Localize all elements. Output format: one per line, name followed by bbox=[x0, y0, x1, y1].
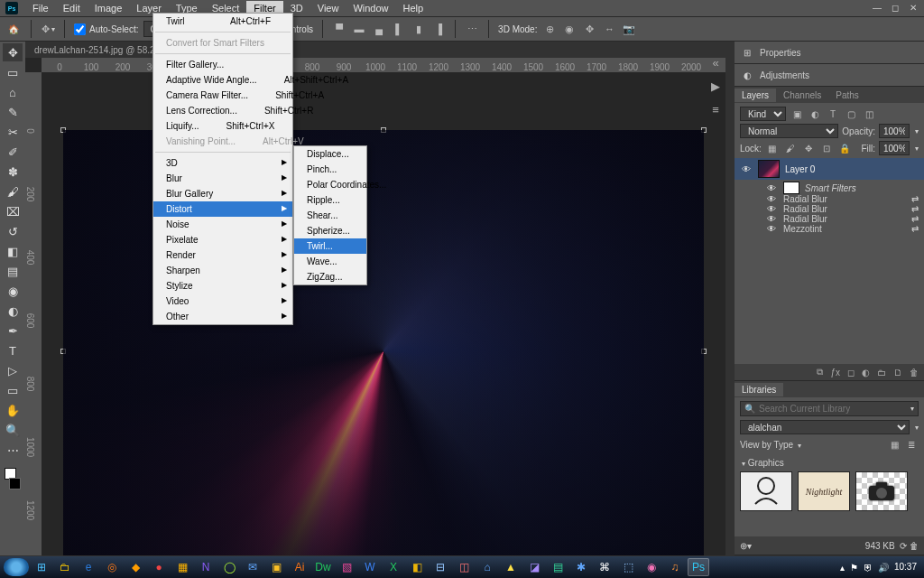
menu-item-pinch[interactable]: Pinch... bbox=[294, 162, 366, 177]
smart-filter-mask[interactable] bbox=[783, 182, 799, 194]
brush-tool[interactable]: 🖌 bbox=[3, 182, 23, 200]
type-tool[interactable]: T bbox=[3, 341, 23, 359]
menu-item-spherize[interactable]: Spherize... bbox=[294, 223, 366, 238]
menu-group-3d[interactable]: 3D▶ bbox=[153, 155, 292, 171]
sync-icon[interactable]: ⟳ bbox=[900, 541, 907, 551]
menu-group-pixelate[interactable]: Pixelate▶ bbox=[153, 232, 292, 247]
blur-tool[interactable]: ◉ bbox=[3, 282, 23, 300]
menu-view[interactable]: View bbox=[310, 1, 346, 15]
taskbar-app[interactable]: ✉ bbox=[242, 558, 263, 576]
3d-orbit-icon[interactable]: ⊕ bbox=[542, 22, 557, 36]
window-restore-icon[interactable]: ◻ bbox=[890, 2, 901, 13]
group-icon[interactable]: 🗀 bbox=[877, 368, 886, 378]
gradient-tool[interactable]: ▤ bbox=[3, 262, 23, 280]
tray-icon[interactable]: 🔊 bbox=[878, 563, 889, 573]
path-select-tool[interactable]: ▷ bbox=[3, 361, 23, 379]
taskbar-app[interactable]: ◪ bbox=[523, 558, 545, 576]
taskbar-app[interactable]: ● bbox=[148, 558, 170, 576]
library-asset[interactable]: Nightlight bbox=[798, 471, 850, 511]
filter-options-icon[interactable]: ⇄ bbox=[911, 224, 919, 234]
menu-group-video[interactable]: Video▶ bbox=[153, 294, 292, 309]
blend-mode-select[interactable]: Normal bbox=[740, 124, 838, 138]
3d-slide-icon[interactable]: ↔ bbox=[602, 22, 616, 36]
history-brush-tool[interactable]: ↺ bbox=[3, 222, 23, 240]
filter-entry[interactable]: 👁Radial Blur⇄ bbox=[740, 214, 919, 224]
actions-icon[interactable]: ≡ bbox=[707, 101, 724, 117]
menu-help[interactable]: Help bbox=[396, 1, 431, 15]
filter-entry[interactable]: 👁Mezzotint⇄ bbox=[740, 224, 919, 234]
taskbar-app[interactable]: W bbox=[359, 558, 381, 576]
taskbar-app[interactable]: ⌂ bbox=[476, 558, 498, 576]
taskbar-app[interactable]: e bbox=[78, 558, 99, 576]
menu-item-liquify[interactable]: Liquify...Shift+Ctrl+X bbox=[153, 118, 292, 134]
menu-window[interactable]: Window bbox=[346, 1, 395, 15]
taskbar-app[interactable]: ♫ bbox=[664, 558, 686, 576]
filter-image-icon[interactable]: ▣ bbox=[790, 107, 804, 121]
taskbar-app[interactable]: ▤ bbox=[547, 558, 568, 576]
taskbar-app[interactable]: ▲ bbox=[500, 558, 522, 576]
new-layer-icon[interactable]: 🗋 bbox=[893, 368, 902, 378]
taskbar-app[interactable]: ✱ bbox=[570, 558, 592, 576]
opacity-input[interactable] bbox=[879, 124, 910, 138]
layer-name[interactable]: Layer 0 bbox=[785, 164, 919, 174]
taskbar-app[interactable]: X bbox=[383, 558, 404, 576]
tab-paths[interactable]: Paths bbox=[828, 89, 866, 102]
menu-item-shear[interactable]: Shear... bbox=[294, 208, 366, 223]
delete-asset-icon[interactable]: 🗑 bbox=[910, 541, 919, 551]
add-to-library-icon[interactable]: ⊕▾ bbox=[740, 541, 752, 551]
link-layers-icon[interactable]: ⧉ bbox=[817, 367, 823, 378]
auto-select-checkbox[interactable]: Auto-Select: bbox=[74, 23, 138, 35]
layer-row-layer0[interactable]: 👁 Layer 0 bbox=[735, 158, 924, 180]
color-swatches[interactable] bbox=[3, 466, 23, 491]
shape-tool[interactable]: ▭ bbox=[3, 381, 23, 399]
crop-tool[interactable]: ✂ bbox=[3, 123, 23, 141]
3d-pan-icon[interactable]: ✥ bbox=[582, 22, 596, 36]
list-view-icon[interactable]: ≣ bbox=[904, 437, 919, 452]
taskbar-app[interactable]: ▦ bbox=[171, 558, 193, 576]
chevron-down-icon[interactable]: ▾ bbox=[910, 405, 914, 413]
taskbar-app[interactable]: N bbox=[195, 558, 217, 576]
zoom-tool[interactable]: 🔍 bbox=[3, 421, 23, 439]
align-bottom-icon[interactable]: ▄ bbox=[372, 22, 386, 36]
align-vcenter-icon[interactable]: ▬ bbox=[352, 22, 366, 36]
quick-select-tool[interactable]: ✎ bbox=[3, 103, 23, 121]
transform-handle[interactable] bbox=[701, 127, 707, 133]
dodge-tool[interactable]: ◐ bbox=[3, 302, 23, 320]
library-asset[interactable] bbox=[855, 471, 908, 511]
tray-icon[interactable]: ⚑ bbox=[850, 563, 858, 573]
filter-options-icon[interactable]: ⇄ bbox=[911, 214, 919, 224]
menu-group-blur[interactable]: Blur▶ bbox=[153, 171, 292, 186]
menu-item-recent-filter[interactable]: TwirlAlt+Ctrl+F bbox=[153, 14, 292, 29]
taskbar-app[interactable]: Dw bbox=[312, 558, 334, 576]
transform-handle[interactable] bbox=[381, 127, 386, 133]
collapse-panels-icon[interactable]: « bbox=[707, 54, 724, 70]
filter-options-icon[interactable]: ⇄ bbox=[911, 194, 919, 204]
properties-panel-header[interactable]: ⊞ Properties bbox=[735, 42, 924, 64]
taskbar-app[interactable]: ▧ bbox=[336, 558, 357, 576]
menu-group-blur-gallery[interactable]: Blur Gallery▶ bbox=[153, 186, 292, 201]
layer-filter-kind[interactable]: Kind bbox=[740, 107, 786, 121]
move-tool-preset-icon[interactable]: ✥▾ bbox=[41, 22, 55, 36]
system-tray[interactable]: ▴ ⚑ ⛨ 🔊 10:37 bbox=[840, 563, 920, 573]
library-search-input[interactable] bbox=[759, 404, 905, 414]
lock-image-icon[interactable]: 🖌 bbox=[783, 141, 798, 155]
lock-position-icon[interactable]: ✥ bbox=[801, 141, 816, 155]
taskbar-app[interactable]: ◎ bbox=[101, 558, 123, 576]
visibility-icon[interactable]: 👁 bbox=[740, 164, 753, 174]
menu-group-render[interactable]: Render▶ bbox=[153, 247, 292, 263]
lasso-tool[interactable]: ⌂ bbox=[3, 83, 23, 101]
3d-camera-icon[interactable]: 📷 bbox=[622, 22, 636, 36]
filter-smart-icon[interactable]: ◫ bbox=[862, 107, 876, 121]
library-section-label[interactable]: Graphics bbox=[748, 458, 784, 468]
taskbar-app[interactable]: ◧ bbox=[406, 558, 428, 576]
menu-group-noise[interactable]: Noise▶ bbox=[153, 217, 292, 232]
mask-icon[interactable]: ◻ bbox=[847, 368, 855, 378]
taskbar-app[interactable]: ⌘ bbox=[594, 558, 615, 576]
tray-show-hidden-icon[interactable]: ▴ bbox=[840, 563, 845, 573]
play-icon[interactable]: ▶ bbox=[707, 78, 724, 94]
distribute-icon[interactable]: ⋯ bbox=[465, 22, 479, 36]
menu-item-lens-correction[interactable]: Lens Correction...Shift+Ctrl+R bbox=[153, 103, 292, 118]
lock-transparent-icon[interactable]: ▦ bbox=[765, 141, 780, 155]
taskbar-app[interactable]: ⊟ bbox=[430, 558, 451, 576]
transform-handle[interactable] bbox=[60, 349, 66, 354]
